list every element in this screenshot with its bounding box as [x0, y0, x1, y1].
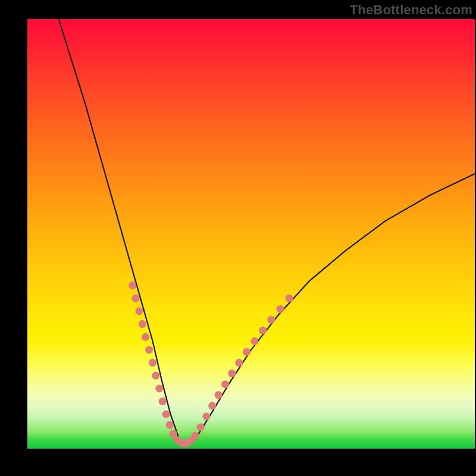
marker-dot — [152, 372, 159, 380]
marker-dot — [149, 359, 156, 367]
marker-dot — [170, 430, 177, 437]
marker-dot — [285, 295, 293, 302]
marker-dot — [202, 412, 210, 420]
marker-dot — [129, 281, 136, 289]
marker-dot — [259, 327, 267, 334]
marker-dot — [215, 391, 223, 399]
bottleneck-curve — [59, 19, 475, 444]
chart-stage: TheBottleneck.com — [0, 0, 476, 476]
plot-area — [27, 19, 475, 449]
marker-dot — [155, 384, 163, 392]
marker-dot — [228, 369, 236, 377]
marker-dot — [139, 320, 146, 328]
marker-dot — [235, 359, 243, 367]
marker-dot — [197, 423, 205, 431]
marker-dot — [166, 421, 174, 429]
marker-dots — [129, 281, 293, 447]
watermark-text: TheBottleneck.com — [350, 2, 472, 18]
marker-dot — [192, 432, 199, 440]
marker-dot — [159, 397, 167, 405]
marker-dot — [243, 348, 250, 356]
marker-dot — [267, 316, 275, 324]
marker-dot — [221, 380, 229, 388]
marker-dot — [251, 337, 259, 345]
curve-layer — [27, 19, 475, 449]
marker-dot — [142, 333, 149, 341]
marker-dot — [145, 346, 153, 353]
marker-dot — [162, 411, 170, 418]
marker-dot — [136, 308, 143, 315]
marker-dot — [276, 305, 284, 313]
marker-dot — [208, 402, 216, 409]
marker-dot — [132, 295, 140, 302]
